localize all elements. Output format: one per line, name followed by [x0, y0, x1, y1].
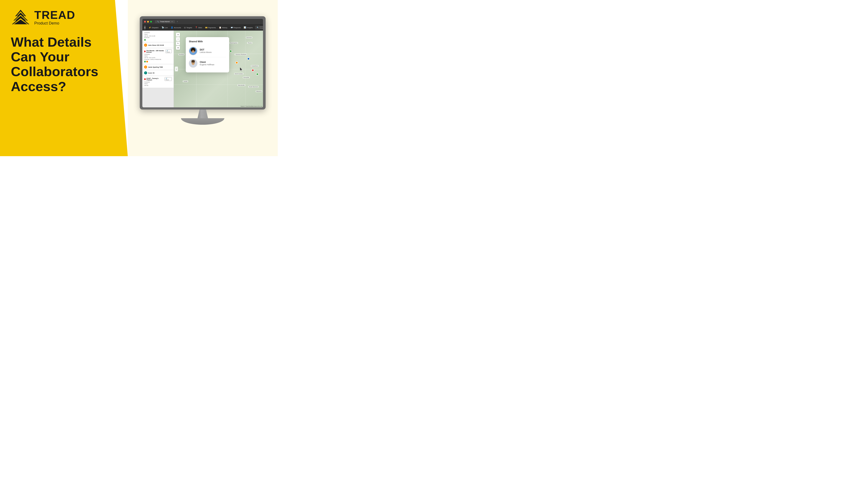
right-panel: 🔧 Tread Admin ✕ + ⊞	[128, 0, 278, 156]
map-label-clarence: Clarence-Rockland	[235, 54, 247, 55]
mapbox-credit: Mapbox © OpenStreetMap Improve this map	[241, 106, 262, 107]
nav-payments-label: Payments	[208, 27, 216, 29]
truck-row[interactable]: T truck: 93	[142, 70, 174, 76]
nav-item-insights[interactable]: 📊 Insights	[242, 26, 254, 29]
map-road-v3	[245, 31, 246, 107]
collaborator-client-info: Client Eugene Hoffman	[199, 61, 214, 66]
job-3-share-btn[interactable]: 🔗 Share	[164, 77, 172, 81]
layers-btn[interactable]: ⚙	[176, 46, 180, 50]
avatar-male-svg	[189, 59, 197, 68]
monitor-wrapper: 🔧 Tread Admin ✕ + ⊞	[140, 16, 266, 140]
nav-item-history[interactable]: 📋 History	[218, 26, 229, 29]
tread-logo-icon	[11, 9, 30, 26]
app-content: ⊞ ⚡ Dispatch 📡 Live 👤 Accounts	[142, 25, 263, 107]
nav-item-sites[interactable]: 📍 Sites	[194, 26, 203, 29]
main-area: Company: Client: Job No. #22-11135 Forem…	[142, 31, 263, 107]
job-item-2[interactable]: The Woods - 180 Kanata Avenue 🔗 Share Co…	[142, 48, 174, 64]
nav-item-targets[interactable]: ◎ Targets	[183, 26, 193, 29]
dot-green-1: 1	[144, 39, 146, 41]
map-controls: + − ↻ ⚙	[176, 33, 180, 50]
compass-btn[interactable]: ↻	[176, 41, 180, 45]
popup-title: Shared With	[189, 40, 226, 43]
job-1-jobno: Job No. #22-11135	[144, 35, 172, 37]
nav-item-accounts[interactable]: 👤 Accounts	[169, 26, 182, 29]
nav-sites-label: Sites	[198, 27, 202, 29]
driver-dot: JS	[144, 43, 147, 46]
driver-name-1: John Stone O/O 20-06	[148, 44, 164, 46]
avatar-eugene	[189, 59, 197, 68]
browser-tab-active[interactable]: 🔧 Tread Admin ✕	[155, 20, 175, 23]
map-label-massena: Massena	[256, 91, 262, 92]
jamie-dot: JS	[144, 65, 147, 69]
map-marker-3	[247, 58, 250, 60]
nav-item-requests[interactable]: 📨 Requests	[229, 26, 242, 29]
job-sidebar: Company: Client: Job No. #22-11135 Forem…	[142, 31, 174, 107]
svg-point-13	[191, 48, 192, 52]
svg-point-14	[194, 48, 195, 52]
collaborator-dot-info: DOT Leticia Moura	[199, 48, 211, 53]
driver-row-2[interactable]: JS Jamie Sparling T288	[142, 64, 174, 70]
traffic-light-red[interactable]	[144, 21, 146, 23]
requests-icon: 📨	[230, 27, 233, 29]
tab-bar: 🔧 Tread Admin ✕ +	[155, 20, 261, 23]
map-marker-4	[251, 69, 254, 72]
nav-search-bar[interactable]: 🔍 Search Tread	[255, 26, 263, 30]
insights-icon: 📊	[244, 27, 246, 29]
jamie-name: Jamie Sparling T288	[148, 66, 163, 68]
tab-icon: 🔧	[157, 21, 159, 23]
nav-item-live[interactable]: 📡 Live	[160, 26, 169, 29]
map-label-northdundas: North Dundas	[234, 73, 244, 75]
nav-logo: ⊞	[144, 26, 146, 30]
nav-requests-label: Requests	[234, 27, 241, 29]
tab-close-icon[interactable]: ✕	[172, 21, 173, 23]
truck-name: truck: 93	[148, 72, 154, 74]
nav-logo-grid-icon: ⊞	[144, 27, 146, 29]
map-nav-arrow[interactable]: ‹	[175, 67, 178, 71]
zoom-out-btn[interactable]: −	[176, 37, 180, 41]
nav-targets-label: Targets	[186, 27, 192, 29]
shared-with-popup: Shared With	[186, 37, 229, 72]
job-2-jobno: Job No. #22-11073	[144, 57, 172, 59]
logo-subtitle: Product Demo	[34, 21, 75, 26]
new-tab-button[interactable]: +	[176, 21, 179, 23]
zoom-in-btn[interactable]: +	[176, 33, 180, 37]
map-label-merrickville: Merrickville	[238, 85, 245, 86]
job-3-header: ESAP - Tunney's Pasture 🔗 Share	[144, 77, 172, 81]
nav-item-dispatch[interactable]: ⚡ Dispatch	[147, 26, 160, 29]
nav-live-label: Live	[165, 27, 168, 29]
dot-g-2	[144, 61, 146, 62]
traffic-light-yellow[interactable]	[147, 21, 149, 23]
job-2-share-btn[interactable]: 🔗 Share	[165, 50, 172, 53]
map-marker-1	[229, 50, 232, 53]
monitor-bezel: 🔧 Tread Admin ✕ + ⊞	[142, 19, 263, 107]
client-name: Eugene Hoffman	[199, 64, 214, 66]
driver-row-1[interactable]: JS John Stone O/O 20-06	[142, 42, 174, 48]
nav-item-payments[interactable]: 💳 Payments	[204, 26, 217, 29]
truck-dot: T	[144, 71, 147, 74]
targets-icon: ◎	[184, 27, 186, 29]
job-2-company: Company:	[144, 54, 172, 55]
job-item-3[interactable]: ESAP - Tunney's Pasture 🔗 Share Company:…	[142, 76, 174, 88]
map-marker-5	[256, 73, 259, 75]
job-3-name: ESAP - Tunney's Pasture	[147, 78, 164, 81]
monitor-screen: 🔧 Tread Admin ✕ + ⊞	[140, 16, 266, 109]
client-role: Client	[199, 61, 214, 63]
map-area: Kenmore Buckingham Thurso Clarence-Rockl…	[174, 31, 263, 107]
history-icon: 📋	[219, 27, 221, 29]
logo-text-block: TREAD Product Demo	[34, 9, 75, 26]
search-magnifier-icon: 🔍	[257, 27, 259, 29]
job-item-1[interactable]: Company: Client: Job No. #22-11135 Forem…	[142, 31, 174, 42]
traffic-light-green[interactable]	[150, 21, 152, 23]
map-road-h3	[174, 85, 263, 85]
map-label-southstormont: South Stormont	[248, 86, 259, 88]
logo-name: TREAD	[34, 9, 75, 21]
left-panel: TREAD Product Demo What Details Can Your…	[0, 0, 128, 156]
job-3-client: Client:	[144, 83, 172, 85]
payments-icon: 💳	[205, 27, 208, 29]
nav-bar: ⊞ ⚡ Dispatch 📡 Live 👤 Accounts	[142, 25, 263, 31]
job-2-header: The Woods - 180 Kanata Avenue 🔗 Share	[144, 50, 172, 53]
headline: What Details Can Your Collaborators Acce…	[11, 35, 117, 94]
map-label-casselman: Casselman	[251, 65, 259, 67]
job-2-client: Client:	[144, 55, 172, 57]
job-1-foreman: Foreman:	[144, 37, 172, 39]
